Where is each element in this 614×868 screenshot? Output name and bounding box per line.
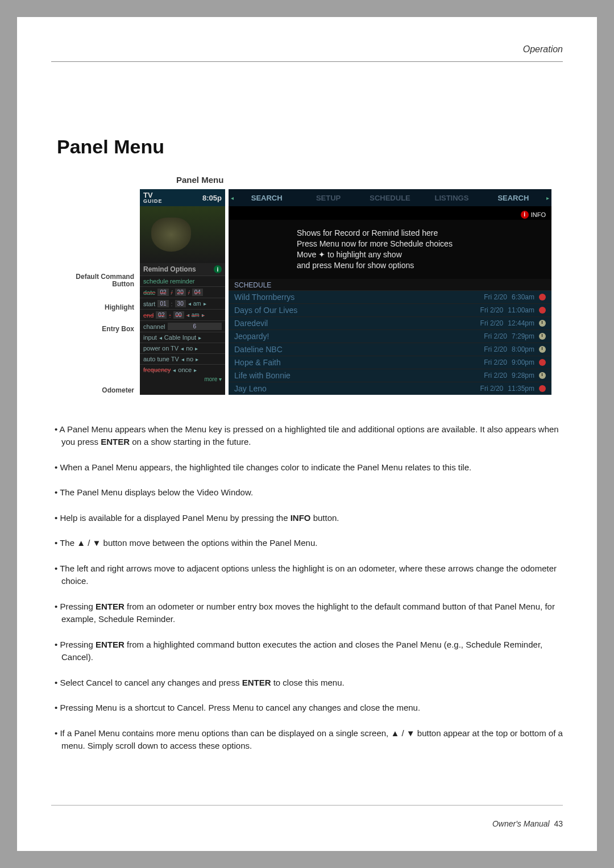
schedule-header: SCHEDULE (229, 279, 551, 290)
schedule-row[interactable]: Jeopardy!Fri 2/207:29pm (229, 329, 551, 343)
schedule-help-text: Shows for Record or Remind listed herePr… (229, 220, 551, 279)
tab-left-arrow-icon[interactable]: ◂ (229, 195, 236, 201)
header-section: Operation (523, 44, 563, 55)
show-date: Fri 2/20 (484, 293, 507, 301)
remind-icon (539, 359, 546, 366)
bullet-item: Pressing ENTER from an odometer or numbe… (51, 600, 563, 626)
tvguide-logo: TVGUIDE (143, 192, 163, 203)
schedule-row[interactable]: Days of Our LivesFri 2/2011:00am (229, 303, 551, 316)
remind-options-title: Remind Options (143, 265, 196, 273)
tab-schedule[interactable]: SCHEDULE (359, 189, 421, 206)
tvguide-sidebar: TVGUIDE 8:05p Remind Options i schedule … (140, 189, 225, 395)
show-title: Daredevil (234, 319, 268, 328)
show-title: Jay Leno (234, 384, 267, 393)
start-time-entry[interactable]: start 01: 30 ◂am▸ (140, 298, 225, 309)
schedule-row[interactable]: DaredevilFri 2/2012:44pm (229, 316, 551, 329)
tab-search[interactable]: SEARCH (236, 189, 297, 206)
figure-panel-menu: Default Command Button Highlight Entry B… (74, 189, 551, 395)
figure-caption: Panel Menu (176, 175, 551, 185)
show-time: 8:00pm (512, 345, 534, 353)
remind-icon (539, 307, 546, 314)
tab-setup[interactable]: SETUP (297, 189, 359, 206)
channel-entry[interactable]: channel 6 (140, 320, 225, 332)
remind-icon (539, 385, 546, 392)
show-title: Dateline NBC (234, 345, 283, 354)
schedule-row[interactable]: Wild ThornberrysFri 2/206:30am (229, 290, 551, 303)
schedule-row[interactable]: Hope & FaithFri 2/209:00pm (229, 356, 551, 369)
show-time: 11:00am (508, 306, 534, 314)
show-date: Fri 2/20 (480, 385, 504, 393)
bullet-item: A Panel Menu appears when the Menu key i… (51, 423, 563, 449)
info-red-icon: i (521, 211, 529, 219)
show-date: Fri 2/20 (480, 306, 504, 314)
clock-time: 8:05p (202, 194, 222, 202)
show-time: 6:30am (512, 293, 534, 301)
show-time: 7:29pm (512, 332, 534, 340)
bullet-item: The left and right arrows move to adjace… (51, 562, 563, 588)
schedule-row[interactable]: Dateline NBCFri 2/208:00pm (229, 343, 551, 356)
show-date: Fri 2/20 (484, 332, 507, 340)
callout-highlight: Highlight (105, 304, 134, 311)
show-title: Wild Thornberrys (234, 293, 294, 302)
bullet-item: Pressing Menu is a shortcut to Cancel. P… (51, 702, 563, 715)
input-odometer[interactable]: input◂ Cable Input▸ (140, 332, 225, 343)
show-time: 11:35pm (508, 385, 534, 393)
clock-icon (539, 320, 546, 327)
video-window (140, 206, 225, 263)
schedule-row[interactable]: Jay LenoFri 2/2011:35pm (229, 382, 551, 395)
bullet-item: Select Cancel to cancel any changes and … (51, 677, 563, 690)
schedule-reminder-button[interactable]: schedule reminder (140, 276, 225, 286)
callout-default-command-button: Default Command Button (74, 273, 134, 288)
tab-bar: ◂ SEARCH SETUP SCHEDULE LISTINGS SEARCH … (229, 189, 551, 206)
more-button[interactable]: more ▾ (140, 375, 225, 383)
callout-entry-box: Entry Box (102, 326, 134, 333)
bullet-item: Pressing ENTER from a highlighted comman… (51, 639, 563, 664)
schedule-list: Wild ThornberrysFri 2/206:30amDays of Ou… (229, 290, 551, 395)
tab-right-arrow-icon[interactable]: ▸ (544, 195, 551, 201)
page-title: Panel Menu (57, 136, 563, 158)
schedule-panel: ◂ SEARCH SETUP SCHEDULE LISTINGS SEARCH … (229, 189, 551, 395)
show-date: Fri 2/20 (484, 372, 507, 379)
tab-search-right[interactable]: SEARCH (483, 189, 544, 206)
figure-callouts: Default Command Button Highlight Entry B… (74, 189, 136, 395)
date-entry[interactable]: date 02/ 20/ 04 (140, 286, 225, 298)
callout-odometer: Odometer (102, 387, 134, 394)
frequency-odometer[interactable]: frequency◂ once▸ (140, 364, 225, 375)
divider-top (51, 61, 563, 62)
show-date: Fri 2/20 (484, 345, 507, 353)
show-title: Life with Bonnie (234, 371, 291, 380)
show-date: Fri 2/20 (480, 319, 504, 327)
bullet-item: If a Panel Menu contains more menu optio… (51, 727, 563, 753)
clock-icon (539, 333, 546, 340)
bullet-list: A Panel Menu appears when the Menu key i… (51, 423, 563, 753)
show-title: Jeopardy! (234, 332, 269, 341)
clock-icon (539, 372, 546, 379)
info-button[interactable]: i INFO (521, 211, 546, 219)
schedule-row[interactable]: Life with BonnieFri 2/209:28pm (229, 369, 551, 382)
auto-tune-tv-odometer[interactable]: auto tune TV◂ no▸ (140, 353, 225, 364)
bullet-item: The ▲ / ▼ button move between the option… (51, 537, 563, 550)
power-on-tv-odometer[interactable]: power on TV◂ no▸ (140, 343, 225, 353)
divider-bottom (51, 805, 563, 806)
remind-icon (539, 294, 546, 301)
tab-listings[interactable]: LISTINGS (421, 189, 482, 206)
page-footer: Owner's Manual 43 (492, 819, 563, 828)
show-time: 9:28pm (512, 372, 534, 379)
bullet-item: The Panel Menu displays below the Video … (51, 486, 563, 499)
end-time-entry[interactable]: end 02: 00 ◂am▸ (140, 309, 225, 320)
bullet-item: Help is available for a displayed Panel … (51, 512, 563, 525)
clock-icon (539, 346, 546, 353)
show-title: Hope & Faith (234, 358, 281, 367)
show-title: Days of Our Lives (234, 306, 297, 315)
show-time: 12:44pm (508, 319, 534, 327)
show-date: Fri 2/20 (484, 358, 507, 366)
bullet-item: When a Panel Menu appears, the highlight… (51, 461, 563, 474)
info-icon[interactable]: i (214, 265, 222, 273)
show-time: 9:00pm (512, 358, 534, 366)
